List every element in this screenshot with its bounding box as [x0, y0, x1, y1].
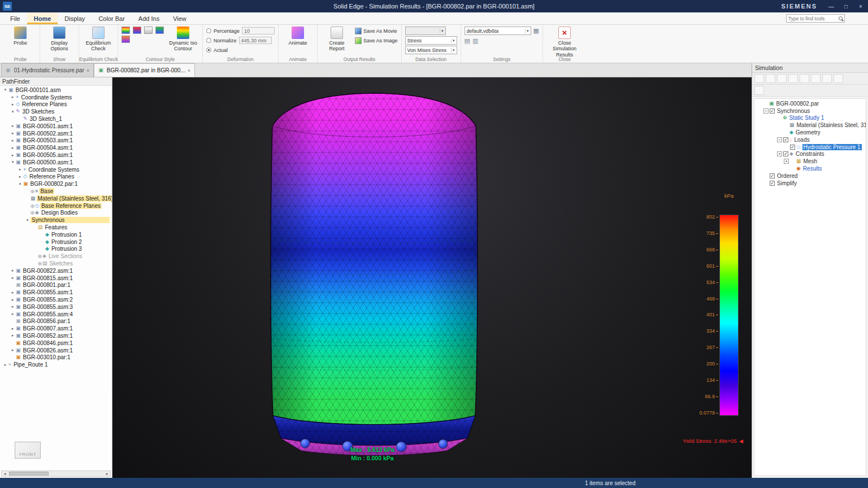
pathfinder-item[interactable]: ◎ ◆ Design Bodies	[0, 210, 112, 217]
simulation-tree-item[interactable]: ✓ Simplify	[754, 180, 866, 187]
expander-icon[interactable]: ▸	[10, 153, 15, 158]
eye-icon[interactable]: ◎	[31, 203, 34, 208]
expander-icon[interactable]: ▸	[10, 298, 15, 302]
pathfinder-header[interactable]: PathFinder	[0, 77, 112, 86]
pathfinder-item[interactable]: ▸ + Coordinate Systems	[0, 166, 112, 173]
pathfinder-item[interactable]: ✎ 3D Sketch_1	[0, 115, 112, 123]
result-image-icon[interactable]	[800, 74, 809, 83]
expander-icon[interactable]: −	[777, 137, 782, 142]
pathfinder-item[interactable]: ▸ ▣ BGR-000504.asm:1	[0, 144, 112, 151]
search-input[interactable]	[788, 16, 837, 21]
pathfinder-item[interactable]: ◆ Protrusion 1	[0, 231, 112, 238]
pathfinder-item[interactable]: ▾ ▣ BGR-000101.asm	[0, 86, 112, 94]
simulation-tree-item[interactable]: ◉ Results	[754, 165, 866, 172]
scroll-right-icon[interactable]: ▸	[104, 472, 110, 476]
expander-icon[interactable]: ▾	[18, 182, 23, 186]
pathfinder-item[interactable]: ▸ ◇ Reference Planes	[0, 173, 112, 181]
expander-icon[interactable]: ▸	[10, 95, 15, 99]
animate-button[interactable]: Animate	[282, 27, 314, 46]
graphics-viewport[interactable]: Max : 5.613 kPa Min : 0.000 kPa kPa 802 …	[112, 77, 752, 478]
simulation-tree-item[interactable]: ✓ ▦ Hydrostatic Pressure 1	[754, 143, 866, 151]
eye-icon[interactable]: ◎	[31, 189, 34, 194]
simulation-tree-item[interactable]: + ✓ ◈ Constraints	[754, 151, 866, 158]
simulation-tree-item[interactable]: − ✓ ↓ Loads	[754, 136, 866, 143]
contour-filled-style[interactable]	[121, 27, 130, 34]
expander-icon[interactable]: ▸	[10, 124, 15, 128]
pathfinder-item[interactable]: ◆ Protrusion 3	[0, 246, 112, 253]
menu-tab-display[interactable]: Display	[58, 12, 92, 24]
simulation-tree-item[interactable]: ▦ Material (Stainless Steel, 316)	[754, 121, 866, 129]
expander-icon[interactable]: ▾	[3, 88, 8, 92]
new-study-icon[interactable]	[766, 74, 775, 83]
pathfinder-item[interactable]: ▾ Synchronous	[0, 216, 112, 224]
menu-tab-add-ins[interactable]: Add Ins	[132, 12, 166, 24]
checkbox[interactable]: ✓	[770, 108, 775, 114]
pathfinder-item[interactable]: ▦ Material (Stainless Steel, 316)	[0, 195, 112, 202]
expander-icon[interactable]: +	[777, 151, 782, 156]
expander-icon[interactable]: ▸	[10, 146, 15, 150]
percentage-option[interactable]: Percentage 10	[206, 27, 275, 35]
expander-icon[interactable]: ▸	[10, 102, 15, 107]
study-list-icon[interactable]	[754, 74, 764, 83]
menu-tab-view[interactable]: View	[166, 12, 193, 24]
probe-button[interactable]: Probe	[5, 27, 36, 46]
display-options-button[interactable]: Display Options	[44, 27, 75, 52]
pathfinder-item[interactable]: ▸ ▣ BGR-000503.asm:1	[0, 137, 112, 145]
pathfinder-item[interactable]: ▸ ▣ BGR-000855.asm:1	[0, 289, 112, 296]
pathfinder-item[interactable]: ▸ ▣ BGR-000501.asm:1	[0, 123, 112, 130]
horizontal-scrollbar[interactable]: ◂ ▸	[1, 470, 111, 477]
pathfinder-item[interactable]: ◎ ◇ Base Reference Planes	[0, 202, 112, 210]
pathfinder-item[interactable]: ▤ Features	[0, 224, 112, 231]
pathfinder-item[interactable]: ▸ ▣ BGR-000855.asm:2	[0, 296, 112, 303]
simulation-tree-item[interactable]: ✓ Ordered	[754, 172, 866, 180]
pathfinder-item[interactable]: ▸ ▣ BGR-000855.asm:4	[0, 311, 112, 318]
simulation-tree-item[interactable]: + ▦ Mesh	[754, 158, 866, 165]
simulation-header[interactable]: Simulation	[752, 63, 868, 73]
simulation-tree-item[interactable]: ▣ BGR-000802.par	[754, 100, 866, 107]
zoom-study-icon[interactable]	[811, 74, 821, 83]
radio-icon[interactable]	[206, 47, 211, 53]
pathfinder-item[interactable]: ◎ ■ Base	[0, 188, 112, 195]
expander-icon[interactable]: ▾	[25, 218, 30, 223]
menu-tab-home[interactable]: Home	[27, 12, 58, 24]
scroll-left-icon[interactable]: ◂	[2, 472, 8, 476]
copy-study-icon[interactable]	[777, 74, 787, 83]
app-logo[interactable]: SE	[3, 2, 12, 11]
expander-icon[interactable]: ▸	[10, 276, 15, 280]
expander-icon[interactable]: ▸	[10, 312, 15, 316]
pathfinder-item[interactable]: ▾ ▣ BGR-000500.asm:1	[0, 159, 112, 166]
pathfinder-item[interactable]: ▸ ▣ BGR-000505.asm:1	[0, 151, 112, 159]
settings-profile-dropdown[interactable]: default,vdb6ta ▾	[465, 27, 531, 35]
expander-icon[interactable]: ▸	[10, 326, 15, 331]
pathfinder-item[interactable]: ▸ ▣ BGR-000502.asm:1	[0, 130, 112, 137]
checkbox[interactable]: ✓	[783, 137, 788, 142]
contour-deformed-style[interactable]	[121, 36, 130, 43]
expander-icon[interactable]: ▸	[10, 304, 15, 309]
checkbox[interactable]: ✓	[770, 181, 775, 186]
pathfinder-item[interactable]: ◎ ◈ Live Sections	[0, 252, 112, 260]
pathfinder-item[interactable]: ▸ ◇ Reference Planes	[0, 101, 112, 108]
find-tools-search[interactable]	[786, 14, 845, 23]
equilibrium-check-button[interactable]: Equilibrium Check	[83, 27, 114, 52]
eye-icon[interactable]: ◎	[38, 261, 42, 266]
pathfinder-item[interactable]: ◎ ▤ Sketches	[0, 260, 112, 267]
expander-icon[interactable]: ▸	[10, 131, 15, 136]
minimize-button[interactable]: —	[824, 0, 839, 12]
expander-icon[interactable]: ▸	[18, 167, 23, 172]
tank-model[interactable]	[112, 77, 752, 478]
close-tab-icon[interactable]: ×	[86, 68, 89, 73]
expander-icon[interactable]: ▸	[3, 363, 8, 367]
pathfinder-item[interactable]: ▸ ▣ BGR-000822.asm:1	[0, 267, 112, 274]
menu-tab-color-bar[interactable]: Color Bar	[92, 12, 131, 24]
create-report-button[interactable]: Create Report	[321, 27, 353, 52]
contour-lines-style[interactable]	[144, 27, 153, 34]
pathfinder-item[interactable]: ◆ Protrusion 2	[0, 238, 112, 246]
scrollbar-thumb[interactable]	[9, 472, 49, 476]
save-as-image-button[interactable]: Save As Image	[355, 36, 398, 45]
checkbox[interactable]: ✓	[790, 145, 795, 150]
expander-icon[interactable]: ▸	[10, 348, 15, 352]
close-button[interactable]: ×	[853, 0, 868, 12]
simulation-tree-item[interactable]: ◆ Geometry	[754, 129, 866, 136]
expander-icon[interactable]: ▸	[10, 290, 15, 295]
eye-icon[interactable]: ◎	[31, 210, 34, 215]
